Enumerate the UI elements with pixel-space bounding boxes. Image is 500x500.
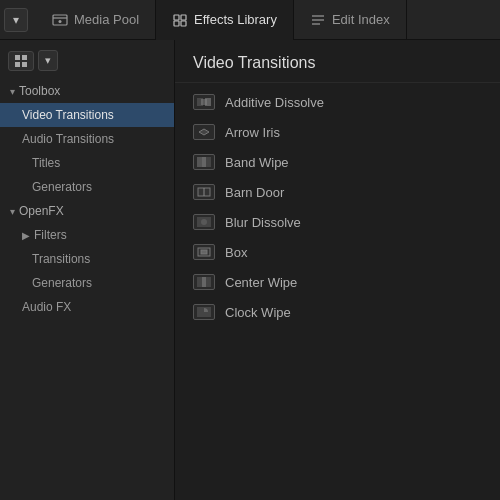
sidebar-top: ▾ (0, 46, 174, 79)
effect-label: Barn Door (225, 185, 284, 200)
tab-edit-index-label: Edit Index (332, 12, 390, 27)
effect-icon-box (193, 244, 215, 260)
sidebar-item-generators[interactable]: Generators (0, 175, 174, 199)
effect-icon-band-wipe (193, 154, 215, 170)
effect-icon-clock-wipe (193, 304, 215, 320)
openfx-section-header[interactable]: ▾ OpenFX (0, 199, 174, 223)
filters-arrow-icon: ▶ (22, 230, 30, 241)
effect-label: Blur Dissolve (225, 215, 301, 230)
sidebar-item-audio-transitions[interactable]: Audio Transitions (0, 127, 174, 151)
effect-label: Center Wipe (225, 275, 297, 290)
effect-item-arrow-iris[interactable]: Arrow Iris (175, 117, 500, 147)
sidebar-item-audio-fx[interactable]: Audio FX (0, 295, 174, 319)
svg-rect-6 (181, 21, 186, 26)
right-panel: Video Transitions Additive Dissolve (175, 40, 500, 500)
view-dropdown-arrow: ▾ (45, 54, 51, 67)
edit-index-icon (310, 12, 326, 28)
tab-media-pool-label: Media Pool (74, 12, 139, 27)
svg-rect-16 (201, 99, 207, 105)
svg-rect-18 (202, 157, 206, 167)
main-content: ▾ ▾ Toolbox Video Transitions Audio Tran… (0, 40, 500, 500)
svg-rect-10 (15, 55, 20, 60)
effect-item-box[interactable]: Box (175, 237, 500, 267)
toolbox-section-header[interactable]: ▾ Toolbox (0, 79, 174, 103)
sidebar-item-titles[interactable]: Titles (0, 151, 174, 175)
tab-media-pool[interactable]: Media Pool (36, 0, 156, 40)
sidebar-item-video-transitions[interactable]: Video Transitions (0, 103, 174, 127)
svg-rect-17 (197, 157, 202, 167)
sidebar: ▾ ▾ Toolbox Video Transitions Audio Tran… (0, 40, 175, 500)
tab-edit-index[interactable]: Edit Index (294, 0, 407, 40)
effect-item-additive-dissolve[interactable]: Additive Dissolve (175, 87, 500, 117)
svg-rect-25 (201, 250, 207, 254)
tab-effects-library-label: Effects Library (194, 12, 277, 27)
svg-rect-19 (206, 157, 211, 167)
sidebar-item-openfx-generators[interactable]: Generators (0, 271, 174, 295)
top-bar: ▾ Media Pool Effects Library (0, 0, 500, 40)
svg-rect-5 (174, 21, 179, 26)
sidebar-view-dropdown[interactable]: ▾ (38, 50, 58, 71)
effect-item-barn-door[interactable]: Barn Door (175, 177, 500, 207)
svg-rect-13 (22, 62, 27, 67)
openfx-arrow-icon: ▾ (10, 206, 15, 217)
panel-title: Video Transitions (175, 40, 500, 83)
effect-item-center-wipe[interactable]: Center Wipe (175, 267, 500, 297)
dropdown-arrow-icon: ▾ (13, 13, 19, 27)
openfx-label: OpenFX (19, 204, 64, 218)
svg-point-2 (59, 20, 62, 23)
toolbox-arrow-icon: ▾ (10, 86, 15, 97)
effect-icon-arrow-iris (193, 124, 215, 140)
effect-item-blur-dissolve[interactable]: Blur Dissolve (175, 207, 500, 237)
svg-rect-11 (22, 55, 27, 60)
svg-rect-27 (202, 277, 206, 287)
effect-label: Clock Wipe (225, 305, 291, 320)
effect-icon-barn-door (193, 184, 215, 200)
effect-label: Box (225, 245, 247, 260)
effect-label: Arrow Iris (225, 125, 280, 140)
sidebar-item-filters[interactable]: ▶ Filters (0, 223, 174, 247)
effect-icon-center-wipe (193, 274, 215, 290)
effect-icon-additive-dissolve (193, 94, 215, 110)
tab-effects-library[interactable]: Effects Library (156, 0, 294, 40)
svg-point-23 (201, 219, 207, 225)
media-pool-icon (52, 12, 68, 28)
effect-item-band-wipe[interactable]: Band Wipe (175, 147, 500, 177)
effects-list: Additive Dissolve Arrow Iris (175, 83, 500, 331)
effect-icon-blur-dissolve (193, 214, 215, 230)
effect-label: Additive Dissolve (225, 95, 324, 110)
svg-rect-3 (174, 15, 179, 20)
effect-label: Band Wipe (225, 155, 289, 170)
effects-library-icon (172, 12, 188, 28)
top-bar-left: ▾ (4, 8, 28, 32)
sidebar-grid-button[interactable] (8, 51, 34, 71)
sidebar-item-openfx-transitions[interactable]: Transitions (0, 247, 174, 271)
svg-rect-4 (181, 15, 186, 20)
effect-item-clock-wipe[interactable]: Clock Wipe (175, 297, 500, 327)
panel-dropdown-button[interactable]: ▾ (4, 8, 28, 32)
svg-rect-12 (15, 62, 20, 67)
toolbox-label: Toolbox (19, 84, 60, 98)
